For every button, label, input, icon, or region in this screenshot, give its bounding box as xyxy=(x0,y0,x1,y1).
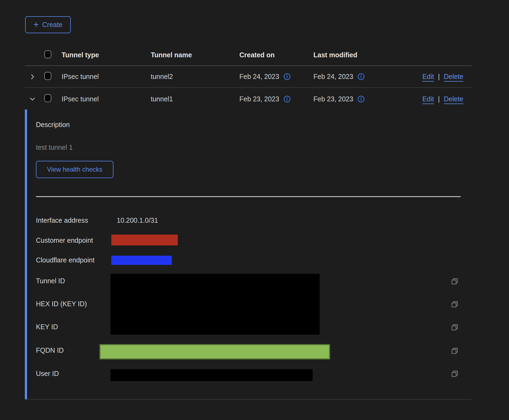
table-header-row: Tunnel type Tunnel name Created on Last … xyxy=(25,45,471,66)
chevron-right-icon xyxy=(29,73,36,80)
delete-link[interactable]: Delete xyxy=(444,95,463,103)
collapse-row-button[interactable] xyxy=(28,95,36,103)
ids-redacted-block xyxy=(110,274,320,335)
copy-icon xyxy=(451,300,459,308)
hex-id-label: HEX ID (KEY ID) xyxy=(36,300,87,308)
tunnel-id-label: Tunnel ID xyxy=(36,277,65,285)
tunnel-type-cell: IPsec tunnel xyxy=(58,73,147,81)
description-heading: Description xyxy=(36,121,70,129)
info-icon[interactable] xyxy=(283,73,291,80)
tunnel-type-cell: IPsec tunnel xyxy=(58,95,147,103)
copy-user-id-button[interactable] xyxy=(450,369,459,379)
info-icon[interactable] xyxy=(283,95,291,103)
section-divider xyxy=(36,196,461,197)
fqdn-id-label: FQDN ID xyxy=(36,346,64,354)
interface-address-label: Interface address xyxy=(36,216,88,224)
chevron-down-icon xyxy=(29,95,36,102)
delete-link[interactable]: Delete xyxy=(444,73,463,81)
table-row: IPsec tunnel tunnel1 Feb 23, 2023 Feb 23… xyxy=(25,88,471,110)
copy-icon xyxy=(451,277,459,285)
tunnels-table: Tunnel type Tunnel name Created on Last … xyxy=(25,45,471,110)
create-button[interactable]: + Create xyxy=(25,16,71,33)
row-checkbox[interactable] xyxy=(44,94,51,102)
fqdn-id-redacted xyxy=(99,344,330,359)
tunnel-details-panel: Description test tunnel 1 View health ch… xyxy=(25,109,471,399)
plus-icon: + xyxy=(34,20,39,29)
key-id-label: KEY ID xyxy=(36,323,58,331)
cloudflare-endpoint-label: Cloudflare endpoint xyxy=(36,256,95,264)
description-text: test tunnel 1 xyxy=(36,144,73,151)
create-button-label: Create xyxy=(42,21,62,29)
action-separator: | xyxy=(438,73,440,81)
copy-icon xyxy=(451,347,459,355)
copy-tunnel-id-button[interactable] xyxy=(450,277,459,286)
edit-link[interactable]: Edit xyxy=(422,95,434,103)
copy-hex-id-button[interactable] xyxy=(450,300,459,309)
last-modified-cell: Feb 24, 2023 xyxy=(313,73,353,81)
column-header-last-modified: Last modified xyxy=(310,51,413,59)
customer-endpoint-redacted xyxy=(111,235,178,245)
column-header-tunnel-type: Tunnel type xyxy=(58,51,147,59)
action-separator: | xyxy=(438,95,440,103)
info-icon[interactable] xyxy=(357,73,365,80)
view-health-checks-button[interactable]: View health checks xyxy=(36,161,113,178)
created-on-cell: Feb 24, 2023 xyxy=(239,73,279,81)
customer-endpoint-label: Customer endpoint xyxy=(36,236,93,244)
select-all-checkbox[interactable] xyxy=(44,50,51,58)
user-id-label: User ID xyxy=(36,370,59,378)
info-icon[interactable] xyxy=(357,95,365,103)
last-modified-cell: Feb 23, 2023 xyxy=(313,95,353,103)
copy-key-id-button[interactable] xyxy=(450,323,459,332)
cloudflare-endpoint-redacted xyxy=(111,256,172,265)
copy-fqdn-id-button[interactable] xyxy=(450,346,459,356)
row-checkbox[interactable] xyxy=(44,72,51,80)
expanded-row-accent-bar xyxy=(25,109,27,399)
column-header-created-on: Created on xyxy=(236,51,310,59)
copy-icon xyxy=(451,323,459,331)
created-on-cell: Feb 23, 2023 xyxy=(239,95,279,103)
user-id-redacted xyxy=(110,369,313,381)
table-row: IPsec tunnel tunnel2 Feb 24, 2023 Feb 24… xyxy=(25,66,471,88)
expand-row-button[interactable] xyxy=(28,73,36,81)
tunnel-name-cell: tunnel1 xyxy=(147,95,236,103)
table-bottom-divider xyxy=(25,399,471,400)
column-header-tunnel-name: Tunnel name xyxy=(147,51,236,59)
interface-address-value: 10.200.1.0/31 xyxy=(117,216,158,224)
tunnel-name-cell: tunnel2 xyxy=(147,73,236,81)
edit-link[interactable]: Edit xyxy=(422,73,434,81)
copy-icon xyxy=(451,370,459,378)
